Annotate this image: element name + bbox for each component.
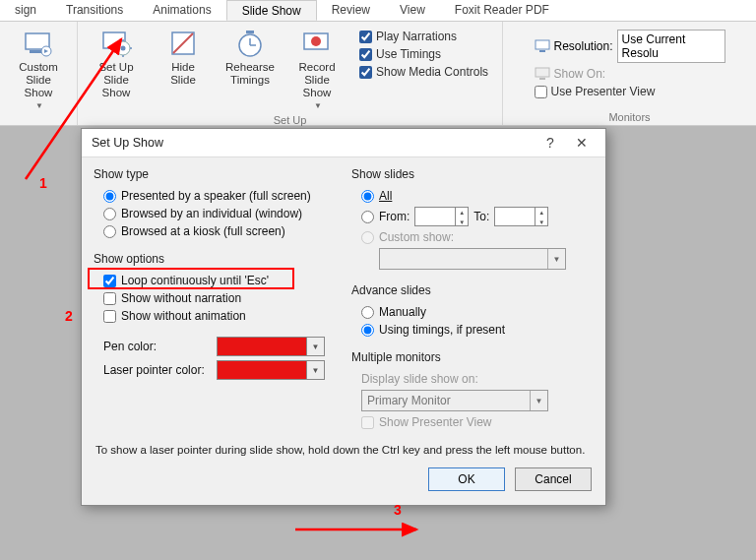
advance-slides-group: Advance slides Manually Using timings, i… (351, 283, 594, 341)
custom-show-combo: ▼ (379, 248, 566, 270)
tab-transitions[interactable]: Transitions (51, 0, 138, 21)
tab-animations[interactable]: Animations (138, 0, 225, 21)
resolution-value[interactable]: Use Current Resolu (617, 30, 725, 63)
chevron-down-icon: ▼ (547, 249, 565, 269)
svg-rect-11 (246, 31, 254, 33)
display-on-label: Display slide show on: (361, 372, 594, 386)
show-type-group: Show type Presented by a speaker (full s… (94, 167, 336, 242)
pen-color-row: Pen color: ▼ (103, 337, 336, 356)
loop-continuously-check[interactable]: Loop continuously until 'Esc' (103, 274, 336, 287)
to-label: To: (473, 210, 489, 223)
rehearse-timings-button[interactable]: Rehearse Timings (220, 26, 281, 112)
btn-label: Custom Slide Show (12, 61, 65, 99)
help-button[interactable]: ? (535, 135, 566, 151)
laser-color-picker[interactable]: ▼ (217, 360, 325, 380)
ribbon-checkboxes: Play Narrations Use Timings Show Media C… (353, 26, 494, 112)
from-spinner[interactable]: ▲▼ (414, 207, 469, 226)
use-timings-check[interactable]: Use Timings (359, 47, 488, 61)
slides-from-to[interactable]: From: ▲▼ To: ▲▼ (361, 207, 594, 226)
svg-rect-14 (536, 40, 549, 49)
chevron-down-icon: ▼ (306, 338, 324, 355)
group-label (36, 114, 39, 126)
no-narration-check[interactable]: Show without narration (103, 291, 336, 305)
svg-point-13 (311, 36, 321, 46)
tab-design[interactable]: sign (0, 0, 51, 21)
from-label: From: (379, 210, 410, 223)
show-options-group: Show options Loop continuously until 'Es… (94, 252, 336, 384)
ribbon-group-monitors: Resolution: Use Current Resolu Show On: … (503, 22, 756, 125)
no-animation-check[interactable]: Show without animation (103, 309, 336, 323)
hide-slide-button[interactable]: Hide Slide (153, 26, 214, 112)
show-presenter-view-check: Show Presenter View (361, 415, 594, 429)
use-presenter-view-check[interactable]: Use Presenter View (535, 85, 725, 98)
resolution-row[interactable]: Resolution: Use Current Resolu (535, 30, 725, 63)
ok-button[interactable]: OK (428, 467, 505, 491)
record-slide-show-button[interactable]: Record Slide Show ▼ (286, 26, 347, 112)
dialog-titlebar: Set Up Show ? ✕ (82, 129, 605, 157)
annotation-number-1: 1 (39, 175, 47, 191)
monitor-icon (535, 39, 550, 53)
tab-view[interactable]: View (385, 0, 440, 21)
chevron-down-icon: ▼ (530, 391, 547, 410)
play-narrations-check[interactable]: Play Narrations (359, 30, 488, 43)
record-icon (301, 28, 333, 59)
monitor-combo: Primary Monitor▼ (361, 390, 548, 411)
to-spinner[interactable]: ▲▼ (494, 207, 548, 226)
dialog-title: Set Up Show (92, 136, 163, 150)
clock-icon (234, 28, 266, 59)
dialog-hint: To show a laser pointer during slide sho… (82, 439, 605, 467)
svg-rect-17 (539, 78, 545, 80)
custom-slide-show-button[interactable]: Custom Slide Show ▼ (8, 26, 69, 112)
btn-label: Hide Slide (170, 61, 196, 87)
show-slides-group: Show slides All From: ▲▼ To: ▲▼ Custom s… (351, 167, 594, 274)
group-title: Show slides (351, 167, 594, 181)
btn-label: Record Slide Show (290, 61, 344, 99)
group-title: Multiple monitors (351, 350, 594, 364)
svg-point-5 (121, 46, 126, 51)
svg-rect-16 (536, 68, 549, 77)
show-media-controls-check[interactable]: Show Media Controls (359, 65, 488, 79)
custom-show-icon (23, 28, 54, 59)
laser-color-label: Laser pointer color: (103, 363, 212, 377)
ribbon-group-start: Custom Slide Show ▼ (0, 22, 78, 125)
advance-manually[interactable]: Manually (361, 305, 594, 319)
show-type-individual[interactable]: Browsed by an individual (window) (103, 207, 336, 220)
ribbon-tabs: sign Transitions Animations Slide Show R… (0, 0, 756, 22)
chevron-down-icon: ▼ (314, 99, 322, 112)
annotation-number-3: 3 (394, 502, 402, 518)
group-label-setup: Set Up (274, 114, 307, 126)
annotation-number-2: 2 (65, 308, 73, 324)
group-label-monitors: Monitors (608, 111, 650, 123)
multiple-monitors-group: Multiple monitors Display slide show on:… (351, 350, 594, 433)
advance-timings[interactable]: Using timings, if present (361, 323, 594, 337)
slides-all[interactable]: All (361, 189, 594, 203)
btn-label: Set Up Slide Show (90, 61, 143, 99)
hide-slide-icon (167, 28, 199, 59)
annotation-arrow-3 (290, 512, 438, 541)
setup-icon (100, 28, 132, 59)
pen-color-label: Pen color: (103, 340, 212, 353)
tab-slide-show[interactable]: Slide Show (226, 0, 317, 21)
show-type-kiosk[interactable]: Browsed at a kiosk (full screen) (103, 224, 336, 238)
show-type-speaker[interactable]: Presented by a speaker (full screen) (103, 189, 336, 203)
set-up-show-dialog: Set Up Show ? ✕ Show type Presented by a… (81, 128, 606, 506)
set-up-slide-show-button[interactable]: Set Up Slide Show (86, 26, 147, 112)
svg-rect-15 (539, 50, 545, 52)
pen-color-picker[interactable]: ▼ (217, 337, 325, 356)
tab-review[interactable]: Review (317, 0, 385, 21)
chevron-down-icon: ▼ (35, 99, 43, 112)
resolution-label: Resolution: (554, 39, 613, 53)
cancel-button[interactable]: Cancel (515, 467, 592, 491)
tab-foxit[interactable]: Foxit Reader PDF (440, 0, 564, 21)
show-on-row: Show On: (535, 67, 725, 81)
laser-color-row: Laser pointer color: ▼ (103, 360, 336, 380)
dialog-footer: OK Cancel (82, 467, 605, 505)
ribbon-area: Custom Slide Show ▼ Set Up Slide Show Hi… (0, 22, 756, 126)
close-button[interactable]: ✕ (566, 135, 598, 151)
chevron-down-icon: ▼ (306, 361, 324, 379)
group-title: Show type (94, 167, 336, 181)
show-on-label: Show On: (554, 67, 606, 81)
monitor-icon (535, 67, 550, 81)
btn-label: Rehearse Timings (225, 61, 275, 87)
ribbon-group-setup: Set Up Slide Show Hide Slide Rehearse Ti… (78, 22, 503, 125)
